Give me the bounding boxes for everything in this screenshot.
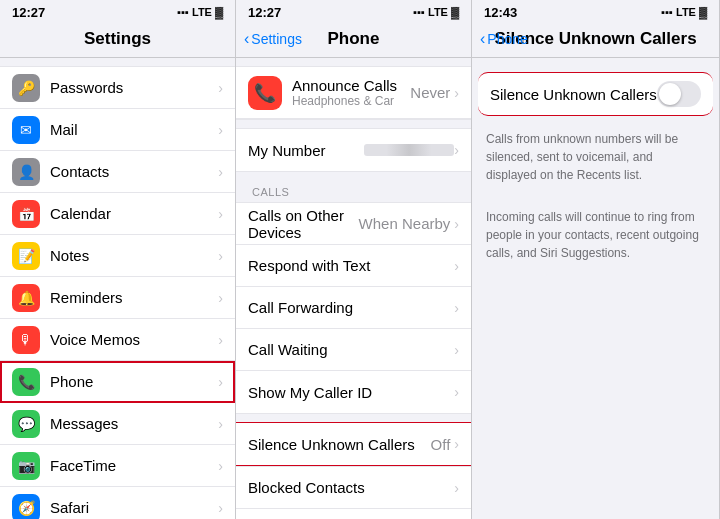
lte-badge-3: LTE [676, 6, 696, 18]
voicememos-icon: 🎙 [12, 326, 40, 354]
announce-value: Never [410, 84, 450, 101]
blocked-group: Blocked Contacts › SMS/Call Reporting › [236, 466, 471, 519]
call-waiting-label: Call Waiting [248, 341, 454, 358]
messages-icon: 💬 [12, 410, 40, 438]
show-caller-id-row[interactable]: Show My Caller ID › [236, 371, 471, 413]
back-chevron-icon: ‹ [244, 30, 249, 48]
announce-sub-label: Headphones & Car [292, 94, 410, 108]
calendar-icon: 📅 [12, 200, 40, 228]
settings-nav: Settings [0, 22, 235, 58]
silence-nav: ‹ Phone Silence Unknown Callers [472, 22, 719, 58]
phone-back-label: Settings [251, 31, 302, 47]
calls-other-value: When Nearby [359, 215, 451, 232]
my-number-label: My Number [248, 142, 364, 159]
reminders-icon: 🔔 [12, 284, 40, 312]
call-waiting-row[interactable]: Call Waiting › [236, 329, 471, 371]
signal-icon-3: ▪▪▪ [661, 6, 673, 18]
sidebar-item-mail[interactable]: ✉ Mail › [0, 109, 235, 151]
silence-unknown-value: Off [431, 436, 451, 453]
announce-group: 📞 Announce Calls Headphones & Car Never … [236, 66, 471, 120]
time-3: 12:43 [484, 5, 517, 20]
silence-toggle-label: Silence Unknown Callers [490, 86, 657, 103]
calls-section-header: CALLS [236, 172, 471, 202]
silence-unknown-group: Silence Unknown Callers Off › [236, 422, 471, 466]
calendar-label: Calendar [50, 205, 218, 222]
status-icons-2: ▪▪▪ LTE ▓ [413, 6, 459, 18]
sidebar-item-notes[interactable]: 📝 Notes › [0, 235, 235, 277]
sidebar-item-facetime[interactable]: 📷 FaceTime › [0, 445, 235, 487]
status-icons-1: ▪▪▪ LTE ▓ [177, 6, 223, 18]
status-bar-1: 12:27 ▪▪▪ LTE ▓ [0, 0, 235, 22]
status-icons-3: ▪▪▪ LTE ▓ [661, 6, 707, 18]
reminders-label: Reminders [50, 289, 218, 306]
respond-text-label: Respond with Text [248, 257, 454, 274]
silence-scroll[interactable]: Silence Unknown Callers Calls from unkno… [472, 58, 719, 519]
lte-badge-1: LTE [192, 6, 212, 18]
settings-title: Settings [84, 29, 151, 49]
passwords-label: Passwords [50, 79, 218, 96]
voicememos-label: Voice Memos [50, 331, 218, 348]
sidebar-item-phone[interactable]: 📞 Phone › [0, 361, 235, 403]
silence-toggle-row[interactable]: Silence Unknown Callers [478, 73, 713, 115]
phone-title: Phone [328, 29, 380, 49]
call-forwarding-label: Call Forwarding [248, 299, 454, 316]
safari-icon: 🧭 [12, 494, 40, 520]
lte-badge-2: LTE [428, 6, 448, 18]
silence-toggle-group: Silence Unknown Callers [478, 72, 713, 116]
settings-items-group: 🔑 Passwords › ✉ Mail › 👤 Contacts › 📅 Ca… [0, 66, 235, 519]
sms-reporting-row[interactable]: SMS/Call Reporting › [236, 509, 471, 519]
silence-toggle-knob [659, 83, 681, 105]
announce-label-group: Announce Calls Headphones & Car [292, 77, 410, 108]
blocked-contacts-row[interactable]: Blocked Contacts › [236, 467, 471, 509]
phone-scroll[interactable]: 📞 Announce Calls Headphones & Car Never … [236, 58, 471, 519]
phone-panel: 12:27 ▪▪▪ LTE ▓ ‹ Settings Phone 📞 Annou… [236, 0, 472, 519]
notes-label: Notes [50, 247, 218, 264]
silence-toggle[interactable] [657, 81, 701, 107]
time-2: 12:27 [248, 5, 281, 20]
call-forwarding-row[interactable]: Call Forwarding › [236, 287, 471, 329]
silence-back-chevron: ‹ [480, 30, 485, 48]
my-number-group: My Number › [236, 128, 471, 172]
silence-description-1: Calls from unknown numbers will be silen… [472, 122, 719, 192]
announce-calls-row[interactable]: 📞 Announce Calls Headphones & Car Never … [236, 67, 471, 119]
battery-icon-1: ▓ [215, 6, 223, 18]
silence-description-2: Incoming calls will continue to ring fro… [472, 200, 719, 270]
respond-text-row[interactable]: Respond with Text › [236, 245, 471, 287]
sidebar-item-passwords[interactable]: 🔑 Passwords › [0, 67, 235, 109]
phone-back-button[interactable]: ‹ Settings [244, 30, 302, 48]
calls-other-label: Calls on Other Devices [248, 207, 359, 241]
announce-main-label: Announce Calls [292, 77, 410, 94]
time-1: 12:27 [12, 5, 45, 20]
sidebar-item-messages[interactable]: 💬 Messages › [0, 403, 235, 445]
safari-label: Safari [50, 499, 218, 516]
battery-icon-2: ▓ [451, 6, 459, 18]
silence-panel: 12:43 ▪▪▪ LTE ▓ ‹ Phone Silence Unknown … [472, 0, 720, 519]
sidebar-item-safari[interactable]: 🧭 Safari › [0, 487, 235, 519]
contacts-label: Contacts [50, 163, 218, 180]
my-number-value [364, 144, 454, 156]
notes-icon: 📝 [12, 242, 40, 270]
phone-nav: ‹ Settings Phone [236, 22, 471, 58]
silence-unknown-row[interactable]: Silence Unknown Callers Off › [236, 423, 471, 465]
facetime-icon: 📷 [12, 452, 40, 480]
calls-other-devices-row[interactable]: Calls on Other Devices When Nearby › [236, 203, 471, 245]
facetime-label: FaceTime [50, 457, 218, 474]
my-number-row[interactable]: My Number › [236, 129, 471, 171]
sidebar-item-voicememos[interactable]: 🎙 Voice Memos › [0, 319, 235, 361]
contacts-icon: 👤 [12, 158, 40, 186]
status-bar-3: 12:43 ▪▪▪ LTE ▓ [472, 0, 719, 22]
passwords-icon: 🔑 [12, 74, 40, 102]
silence-back-button[interactable]: ‹ Phone [480, 30, 528, 48]
settings-list[interactable]: 🔑 Passwords › ✉ Mail › 👤 Contacts › 📅 Ca… [0, 58, 235, 519]
silence-unknown-label: Silence Unknown Callers [248, 436, 431, 453]
mail-icon: ✉ [12, 116, 40, 144]
mail-label: Mail [50, 121, 218, 138]
announce-icon: 📞 [248, 76, 282, 110]
show-caller-id-label: Show My Caller ID [248, 384, 454, 401]
sidebar-item-contacts[interactable]: 👤 Contacts › [0, 151, 235, 193]
silence-back-label: Phone [487, 31, 527, 47]
status-bar-2: 12:27 ▪▪▪ LTE ▓ [236, 0, 471, 22]
sidebar-item-calendar[interactable]: 📅 Calendar › [0, 193, 235, 235]
sidebar-item-reminders[interactable]: 🔔 Reminders › [0, 277, 235, 319]
signal-icon-2: ▪▪▪ [413, 6, 425, 18]
